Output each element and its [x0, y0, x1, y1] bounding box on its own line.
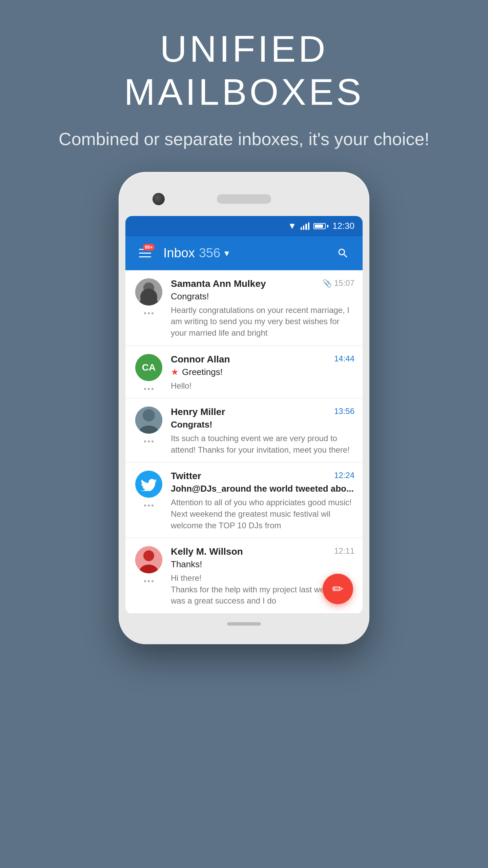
email-item[interactable]: Henry Miller 13:56 Congrats! Its such a … — [125, 398, 363, 462]
email-options-dots[interactable] — [144, 503, 154, 507]
search-button[interactable] — [333, 243, 353, 263]
email-subject: John@DJs_around the world tweeted abo... — [171, 484, 354, 494]
inbox-label: Inbox — [163, 246, 195, 260]
email-options-dots[interactable] — [144, 439, 154, 442]
dot — [148, 580, 150, 582]
email-item[interactable]: CA Connor Allan 14:44 ★ Greetings! — [125, 346, 363, 399]
dot — [151, 312, 154, 314]
avatar — [135, 471, 162, 498]
email-content: Connor Allan 14:44 ★ Greetings! Hello! — [171, 354, 354, 392]
email-header: Twitter 12:24 — [171, 471, 354, 481]
dot — [144, 580, 146, 582]
dot — [144, 312, 146, 314]
status-icons: ▼ 12:30 — [288, 221, 354, 231]
page-header: UNIFIED MAILBOXES Combined or separate i… — [0, 0, 488, 172]
email-header: Samanta Ann Mulkey 📎 15:07 — [171, 278, 354, 289]
avatar-column: CA — [134, 354, 164, 392]
dot — [148, 505, 150, 507]
avatar — [135, 546, 162, 573]
inbox-count: 356 — [199, 246, 220, 260]
email-time: 12:11 — [334, 546, 354, 556]
page-title: UNIFIED MAILBOXES — [41, 27, 447, 113]
email-subject: Congrats! — [171, 291, 354, 302]
hamburger-bar — [139, 256, 151, 257]
svg-point-7 — [143, 550, 154, 561]
svg-point-4 — [143, 409, 155, 421]
phone-top-bezel — [125, 182, 363, 216]
avatar: CA — [135, 354, 162, 381]
avatar-image — [135, 546, 162, 573]
avatar-column — [134, 471, 164, 531]
email-time: 13:56 — [334, 407, 354, 416]
avatar-column — [134, 546, 164, 607]
compose-fab-button[interactable]: ✏ — [323, 574, 353, 604]
avatar-image — [135, 278, 162, 305]
star-icon: ★ — [171, 367, 179, 377]
avatar-column — [134, 278, 164, 339]
speaker — [217, 194, 271, 204]
hamburger-bar — [139, 253, 151, 254]
phone-bottom-bezel — [125, 614, 363, 634]
inbox-title: Inbox 356 ▾ — [163, 246, 325, 260]
compose-icon: ✏ — [332, 581, 344, 597]
avatar — [135, 278, 162, 305]
attachment-icon: 📎 — [323, 279, 332, 288]
email-preview: Its such a touching event we are very pr… — [171, 433, 354, 455]
email-content: Samanta Ann Mulkey 📎 15:07 Congrats! Hea… — [171, 278, 354, 339]
status-time: 12:30 — [332, 221, 354, 231]
email-subject: Thanks! — [171, 559, 354, 570]
email-header: Connor Allan 14:44 — [171, 354, 354, 365]
email-subject: ★ Greetings! — [171, 367, 354, 377]
dot — [148, 312, 150, 314]
avatar-image — [135, 407, 162, 434]
dot — [144, 388, 146, 390]
sender-name: Twitter — [171, 471, 201, 481]
dot — [151, 440, 154, 442]
dropdown-arrow-icon[interactable]: ▾ — [224, 248, 229, 259]
email-options-dots[interactable] — [144, 387, 154, 390]
dot — [151, 388, 154, 390]
svg-point-2 — [139, 296, 158, 305]
sender-name: Henry Miller — [171, 407, 225, 417]
email-header: Henry Miller 13:56 — [171, 407, 354, 417]
email-options-dots[interactable] — [144, 579, 154, 582]
front-camera — [152, 193, 165, 205]
sender-name: Connor Allan — [171, 354, 230, 365]
email-content: Henry Miller 13:56 Congrats! Its such a … — [171, 407, 354, 455]
page-subtitle: Combined or separate inboxes, it's your … — [41, 127, 447, 152]
email-content: Twitter 12:24 John@DJs_around the world … — [171, 471, 354, 531]
dot — [148, 440, 150, 442]
email-preview: Attention to all of you who appriciates … — [171, 497, 354, 531]
dot — [151, 505, 154, 507]
app-bar: 99+ Inbox 356 ▾ — [125, 236, 363, 270]
email-item[interactable]: Samanta Ann Mulkey 📎 15:07 Congrats! Hea… — [125, 270, 363, 346]
email-header: Kelly M. Willson 12:11 — [171, 546, 354, 557]
wifi-icon: ▼ — [288, 221, 297, 231]
status-bar: ▼ 12:30 — [125, 216, 363, 236]
email-time: 12:24 — [334, 471, 354, 480]
email-list: Samanta Ann Mulkey 📎 15:07 Congrats! Hea… — [125, 270, 363, 614]
email-item[interactable]: Kelly M. Willson 12:11 Thanks! Hi there!… — [125, 538, 363, 614]
svg-point-1 — [143, 282, 154, 293]
twitter-bird-icon — [141, 477, 157, 491]
dot — [151, 580, 154, 582]
battery-icon — [313, 223, 328, 229]
email-time: 📎 15:07 — [323, 278, 354, 288]
sender-name: Kelly M. Willson — [171, 546, 243, 557]
dot — [144, 505, 146, 507]
email-preview: Hello! — [171, 380, 354, 392]
dot — [148, 388, 150, 390]
phone-shell: ▼ 12:30 — [119, 172, 369, 644]
dot — [144, 440, 146, 442]
hamburger-menu-button[interactable]: 99+ — [135, 243, 155, 263]
email-options-dots[interactable] — [144, 311, 154, 314]
unread-badge: 99+ — [143, 244, 155, 251]
sender-name: Samanta Ann Mulkey — [171, 278, 266, 289]
email-preview: Heartly congratulations on your recent m… — [171, 304, 354, 339]
email-time: 14:44 — [334, 354, 354, 363]
email-item[interactable]: Twitter 12:24 John@DJs_around the world … — [125, 462, 363, 538]
phone-screen: ▼ 12:30 — [125, 216, 363, 614]
search-icon — [337, 247, 349, 259]
home-indicator — [227, 622, 261, 626]
avatar-column — [134, 407, 164, 455]
